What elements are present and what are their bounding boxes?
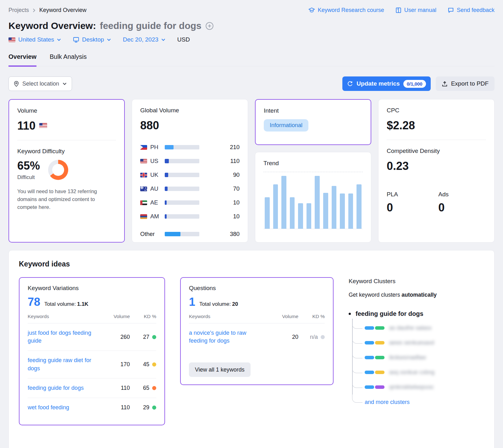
global-volume-card: Global Volume 880 PH 210 US 110 UK xyxy=(132,99,248,243)
volume-value: 110 xyxy=(17,119,36,132)
trend-bar xyxy=(323,193,328,229)
select-location-label: Select location xyxy=(22,81,59,87)
keyword-clusters-title: Keyword Clusters xyxy=(349,278,484,285)
us-flag-icon xyxy=(39,123,47,128)
pla-value: 0 xyxy=(387,201,438,214)
other-label: Other xyxy=(140,231,165,238)
keyword-link[interactable]: feeding guide for dogs xyxy=(28,384,103,392)
questions-table: Keywords Volume KD % a novice's guide to… xyxy=(189,314,325,350)
country-code: AM xyxy=(150,213,165,220)
update-metrics-button[interactable]: Update metrics 0/1,000 xyxy=(342,76,430,91)
ads-value: 0 xyxy=(438,201,490,214)
keyword-difficulty-note: You will need to have 132 referring doma… xyxy=(17,188,116,211)
kd-cell: 65 xyxy=(130,385,156,391)
table-row: a novice's guide to raw feeding for dogs… xyxy=(189,323,325,350)
kd-dot xyxy=(152,335,156,339)
country-row: AM 10 xyxy=(140,210,240,223)
page-title: Keyword Overview: feeding guide for dogs xyxy=(8,20,495,31)
cluster-tree: as dauthe salasx aews senkuesaxd iknkwsm… xyxy=(350,321,484,409)
ads-label: Ads xyxy=(438,191,490,198)
course-link-label: Keyword Research course xyxy=(318,7,384,14)
keyword-link[interactable]: wet food feeding xyxy=(28,404,103,412)
blurred-cluster-label: as dauthe salasx xyxy=(389,325,432,331)
volume-bar xyxy=(165,159,199,163)
volume-cell: 110 xyxy=(103,385,130,391)
competitive-density-label: Competitive Density xyxy=(387,148,486,154)
global-volume-rows: PH 210 US 110 UK 90 xyxy=(140,140,240,241)
country-filter-dropdown[interactable]: United States xyxy=(8,36,61,43)
questions-count: 1 xyxy=(189,295,195,309)
export-icon xyxy=(442,81,448,87)
device-filter-dropdown[interactable]: Desktop xyxy=(73,36,111,43)
select-location-dropdown[interactable]: Select location xyxy=(8,76,72,91)
tab-bulk-analysis[interactable]: Bulk Analysis xyxy=(50,53,87,66)
cluster-item: qmknsklwlwqsxsc xyxy=(365,380,484,395)
intent-trend-column: Intent Informational Trend xyxy=(255,99,371,243)
top-bar: Projects Keyword Overview Keyword Resear… xyxy=(8,7,495,14)
tabs-bar: Overview Bulk Analysis xyxy=(8,53,495,66)
volume-cell: 110 xyxy=(103,404,130,411)
col-keywords: Keywords xyxy=(28,314,103,319)
col-kd: KD % xyxy=(298,314,325,319)
header-links: Keyword Research course User manual Send… xyxy=(308,7,495,14)
us-flag-icon xyxy=(140,159,147,164)
other-countries-row: Other 380 xyxy=(140,227,240,241)
keyword-link[interactable]: feeding guide raw diet for dogs xyxy=(28,356,103,372)
tab-overview[interactable]: Overview xyxy=(8,53,36,67)
questions-total-volume: Total volume:20 xyxy=(199,301,238,307)
col-kd: KD % xyxy=(130,314,156,319)
volume-cell: 170 xyxy=(103,361,130,368)
competitive-density-value: 0.23 xyxy=(387,160,486,173)
more-clusters-link[interactable]: and more clusters xyxy=(365,399,410,406)
keyword-clusters-subtitle: Get keyword clusters automatically xyxy=(349,292,484,298)
country-volume: 70 xyxy=(199,185,240,192)
country-volume: 210 xyxy=(199,144,240,151)
trend-bar xyxy=(281,176,286,229)
questions-card: Questions 1 Total volume:20 Keywords Vol… xyxy=(180,277,334,385)
cluster-root-label: feeding guide for dogs xyxy=(356,310,423,317)
trend-bar xyxy=(340,193,345,229)
manual-book-icon xyxy=(395,7,401,13)
kd-dot xyxy=(321,335,325,339)
volume-bar xyxy=(165,173,199,177)
ae-flag-icon xyxy=(140,200,147,205)
pla-label: PLA xyxy=(387,191,438,198)
keyword-research-course-link[interactable]: Keyword Research course xyxy=(308,7,384,14)
variations-total-volume: Total volume:1.1K xyxy=(44,301,88,307)
filters-row: United States Desktop Dec 20, 2023 USD xyxy=(8,36,495,43)
cluster-more-row: and more clusters xyxy=(365,395,484,409)
country-row: US 110 xyxy=(140,154,240,168)
cluster-bars xyxy=(365,326,384,330)
device-filter-label: Desktop xyxy=(82,36,104,43)
variations-table: Keywords Volume KD % just food for dogs … xyxy=(28,314,156,417)
cluster-bars xyxy=(365,341,384,344)
questions-title: Questions xyxy=(189,285,325,292)
kd-dot xyxy=(152,406,156,410)
feedback-bubble-icon xyxy=(448,7,454,13)
send-feedback-link[interactable]: Send feedback xyxy=(448,7,495,14)
toolbar: Select location Update metrics 0/1,000 E… xyxy=(8,76,495,91)
volume-label: Volume xyxy=(17,107,116,114)
country-row: PH 210 xyxy=(140,140,240,154)
chevron-down-icon xyxy=(161,38,165,41)
refresh-icon xyxy=(347,81,353,87)
keyword-link[interactable]: just food for dogs feeding guide xyxy=(28,329,103,345)
trend-bar xyxy=(348,193,353,229)
au-flag-icon xyxy=(140,187,147,191)
country-code: AU xyxy=(150,185,165,192)
kd-dot xyxy=(152,386,156,390)
page-title-prefix: Keyword Overview: xyxy=(8,20,96,31)
cluster-root: feeding guide for dogs xyxy=(349,310,484,317)
view-all-keywords-button[interactable]: View all 1 keywords xyxy=(189,362,251,377)
country-filter-label: United States xyxy=(18,36,54,43)
cpc-value: $2.28 xyxy=(387,119,486,132)
export-pdf-button[interactable]: Export to PDF xyxy=(436,76,495,91)
trend-label: Trend xyxy=(263,160,363,167)
cluster-item: aews senkuesaxd xyxy=(365,335,484,350)
add-keyword-icon[interactable] xyxy=(205,22,214,30)
cpc-label: CPC xyxy=(387,107,486,114)
breadcrumb-projects[interactable]: Projects xyxy=(8,7,29,14)
date-filter-dropdown[interactable]: Dec 20, 2023 xyxy=(123,36,165,43)
user-manual-link[interactable]: User manual xyxy=(395,7,436,14)
keyword-link[interactable]: a novice's guide to raw feeding for dogs xyxy=(189,329,255,345)
